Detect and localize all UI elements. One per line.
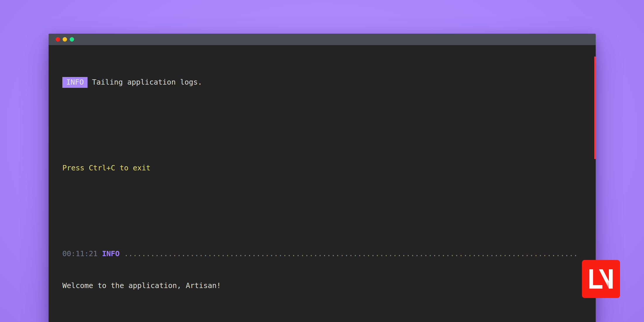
terminal-window: INFO Tailing application logs. Press Ctr… (49, 34, 596, 322)
blank-line (54, 120, 580, 131)
info-badge: INFO (62, 77, 88, 88)
log-line-info: 00:11:21 INFO ..........................… (54, 249, 580, 259)
dots-filler: ........................................… (124, 249, 580, 259)
close-button[interactable] (56, 37, 60, 42)
maximize-button[interactable] (70, 37, 74, 42)
window-titlebar[interactable] (49, 34, 596, 45)
laravel-news-logo: LN (582, 260, 620, 298)
log-level: INFO (102, 249, 119, 259)
exit-hint: Press Ctrl+C to exit (62, 163, 150, 174)
ln-mark-icon (589, 269, 613, 289)
scrollbar-thumb[interactable] (594, 56, 596, 159)
terminal-output[interactable]: INFO Tailing application logs. Press Ctr… (49, 45, 596, 322)
log-message: Welcome to the application, Artisan! (62, 280, 221, 291)
intro-message: Tailing application logs. (92, 77, 202, 88)
hint-line: Press Ctrl+C to exit (54, 163, 580, 174)
log-timestamp: 00:11:21 (62, 249, 97, 259)
minimize-button[interactable] (63, 37, 67, 42)
log-intro-line: INFO Tailing application logs. (54, 77, 580, 88)
blank-line (54, 205, 580, 216)
log-message-line: Welcome to the application, Artisan! (54, 280, 580, 291)
